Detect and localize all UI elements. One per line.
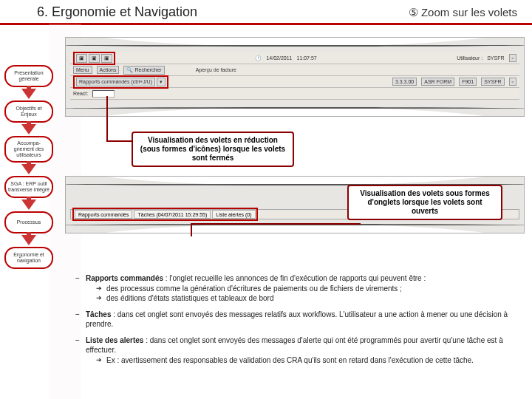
page-title: 6. Ergonomie et Navigation [37, 4, 197, 20]
tab-alerts[interactable]: Liste alertes (0) [212, 210, 255, 219]
leader-line [106, 140, 133, 142]
toolbar-row-3: Rapports commandés (ctrl+J/U) ▾ 3.3.3.00… [70, 76, 519, 88]
date-value: 14/02/2011 [266, 55, 292, 61]
down-arrow-icon [21, 124, 36, 134]
callout-closed-panes: Visualisation des volets en réduction (s… [132, 132, 294, 167]
status-badge: ASR FORM [421, 78, 454, 86]
react-label: React: [73, 91, 88, 96]
callout-open-panes: Visualisation des volets sous formes d'o… [347, 185, 502, 220]
toolbar-row-1: ▣ ▣ ▣ 🕐 14/02/2011 11:07:57 Utilisateur … [70, 52, 519, 64]
sub-item: Ex : avertissement des responsables de v… [86, 355, 522, 366]
sidebar-item-processus[interactable]: Processus [4, 211, 53, 233]
leader-line [191, 223, 361, 225]
react-input[interactable] [92, 90, 115, 98]
wavy-edge-icon [65, 224, 525, 233]
toolbar-icon[interactable]: ▫ [509, 54, 516, 62]
status-badge: SYSFR [481, 78, 504, 86]
explanatory-text: Rapports commandés : l'onglet recueille … [72, 273, 522, 371]
sidebar-item-accompagnement[interactable]: Accompa- gnement des utilisateurs [4, 136, 53, 163]
sub-item: des processus comme la génération d'écri… [86, 284, 522, 294]
slide-header: 6. Ergonomie et Navigation ⑤ Zoom sur le… [0, 0, 532, 25]
user-label: Utilisateur : [457, 55, 482, 61]
clock-icon: 🕐 [255, 55, 262, 61]
down-arrow-icon [21, 164, 36, 174]
user-value: SYSFR [487, 55, 504, 61]
down-arrow-icon [21, 89, 36, 99]
preview-label: Aperçu de facture [196, 67, 236, 72]
tabs-highlight: Rapports commandés Tâches (04/07/2011 15… [72, 208, 258, 221]
sub-item: des éditions d'états statistiques et tab… [86, 293, 522, 304]
sidebar-item-sga[interactable]: SGA : ERP outil transverse intégré [4, 176, 53, 198]
toolbar-icon[interactable]: ▣ [76, 54, 87, 63]
actions-button[interactable]: Actions [97, 66, 120, 74]
circled-number-icon: ⑤ [409, 6, 418, 18]
toolbar-icon[interactable]: ▣ [101, 54, 112, 63]
main-area: ▣ ▣ ▣ 🕐 14/02/2011 11:07:57 Utilisateur … [65, 37, 525, 236]
icon-group-highlight: ▣ ▣ ▣ [73, 52, 115, 65]
status-badge: 3.3.3.00 [392, 78, 417, 86]
down-arrow-icon [21, 200, 36, 210]
search-button[interactable]: 🔍 Rechercher [123, 66, 164, 75]
reports-tab[interactable]: Rapports commandés (ctrl+J/U) [76, 78, 155, 86]
tab-tasks[interactable]: Tâches (04/07/2011 15:29:55) [134, 210, 211, 219]
list-item-alerts: Liste des alertes : dans cet onglet sont… [72, 335, 522, 366]
screenshot-closed-panes: ▣ ▣ ▣ 🕐 14/02/2011 11:07:57 Utilisateur … [65, 37, 525, 117]
zoom-text: Zoom sur les volets [421, 6, 517, 18]
down-arrow-icon [21, 235, 36, 245]
leader-line [106, 96, 108, 140]
reports-tab-highlight: Rapports commandés (ctrl+J/U) ▾ [73, 75, 168, 89]
time-value: 11:07:57 [296, 55, 316, 61]
leader-line [191, 223, 192, 236]
expand-icon[interactable]: ▾ [157, 78, 166, 86]
nav-sidebar: Présentation générale Objectifs et Enjeu… [0, 65, 58, 269]
menu-button[interactable]: Menu [73, 66, 92, 74]
wavy-edge-icon [65, 107, 525, 117]
react-row: React: [70, 88, 519, 100]
sidebar-item-presentation[interactable]: Présentation générale [4, 65, 53, 87]
sidebar-item-ergonomie[interactable]: Ergonomie et navigation [4, 247, 53, 269]
zoom-label: ⑤ Zoom sur les volets [409, 6, 525, 19]
tab-reports[interactable]: Rapports commandés [75, 210, 132, 219]
list-item-reports: Rapports commandés : l'onglet recueille … [72, 273, 522, 304]
list-item-tasks: Tâches : dans cet onglet sont envoyés de… [72, 310, 522, 330]
sidebar-item-objectifs[interactable]: Objectifs et Enjeux [4, 100, 53, 123]
wavy-edge-icon [65, 37, 525, 47]
toolbar-icon[interactable]: ▣ [89, 54, 100, 63]
status-badge: F901 [459, 78, 477, 86]
toolbar-icon[interactable]: ▫ [509, 78, 516, 86]
